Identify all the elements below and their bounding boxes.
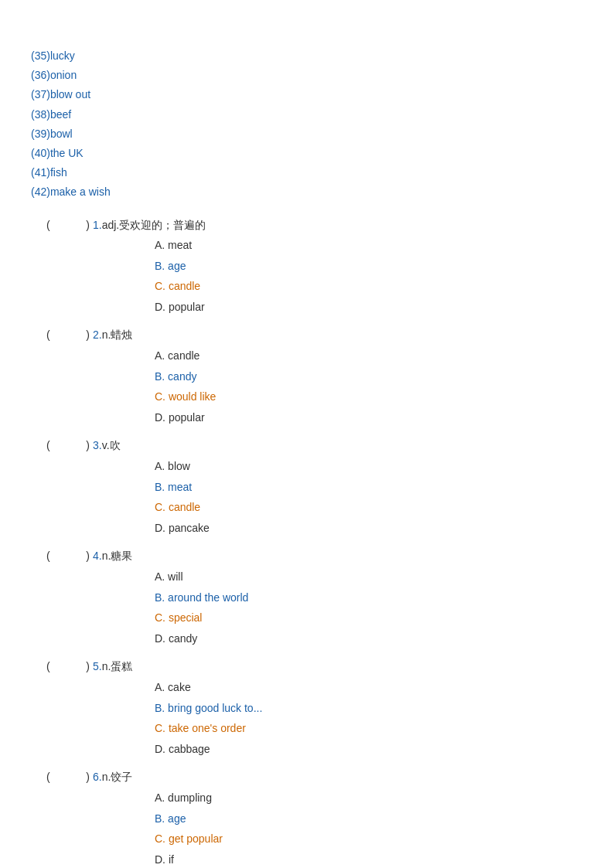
question-line-4: ( )4.n.糖果 xyxy=(31,546,583,567)
option-d-1[interactable]: D. popular xyxy=(155,297,583,318)
option-d-6[interactable]: D. if xyxy=(155,849,583,868)
vocab-item-36: (36)onion xyxy=(31,66,583,85)
question-line-5: ( )5.n.蛋糕 xyxy=(31,656,583,677)
question-block-2: ( )2.n.蜡烛A. candleB. candyC. would likeD… xyxy=(31,325,583,427)
option-c-5[interactable]: C. take one's order xyxy=(155,718,583,739)
option-a-2[interactable]: A. candle xyxy=(155,345,583,366)
question-def-5: 5.n.蛋糕 xyxy=(93,656,132,677)
option-b-5[interactable]: B. bring good luck to... xyxy=(155,698,583,719)
question-paren-5[interactable]: ( ) xyxy=(31,656,93,677)
question-block-1: ( )1.adj.受欢迎的；普遍的A. meatB. ageC. candleD… xyxy=(31,215,583,318)
vocab-item-42: (42)make a wish xyxy=(31,182,583,202)
option-a-1[interactable]: A. meat xyxy=(155,235,583,256)
options-block-6: A. dumplingB. ageC. get popularD. if xyxy=(31,788,583,868)
question-line-6: ( )6.n.饺子 xyxy=(31,767,583,788)
question-def-4: 4.n.糖果 xyxy=(93,546,132,567)
option-d-5[interactable]: D. cabbage xyxy=(155,739,583,760)
option-b-4[interactable]: B. around the world xyxy=(155,587,583,608)
vocab-item-41: (41)fish xyxy=(31,163,583,182)
option-c-4[interactable]: C. special xyxy=(155,608,583,628)
question-def-2: 2.n.蜡烛 xyxy=(93,325,132,345)
options-block-3: A. blowB. meatC. candleD. pancake xyxy=(31,456,583,538)
option-c-1[interactable]: C. candle xyxy=(155,276,583,297)
question-paren-3[interactable]: ( ) xyxy=(31,435,93,456)
options-block-1: A. meatB. ageC. candleD. popular xyxy=(31,235,583,317)
question-block-6: ( )6.n.饺子A. dumplingB. ageC. get popular… xyxy=(31,767,583,868)
option-b-1[interactable]: B. age xyxy=(155,256,583,277)
question-line-3: ( )3.v.吹 xyxy=(31,435,583,456)
question-def-1: 1.adj.受欢迎的；普遍的 xyxy=(93,215,206,236)
question-paren-1[interactable]: ( ) xyxy=(31,215,93,236)
option-b-3[interactable]: B. meat xyxy=(155,477,583,498)
option-d-2[interactable]: D. popular xyxy=(155,407,583,428)
question-def-3: 3.v.吹 xyxy=(93,435,121,456)
vocab-item-35: (35)lucky xyxy=(31,46,583,66)
option-c-3[interactable]: C. candle xyxy=(155,497,583,518)
vocab-item-40: (40)the UK xyxy=(31,144,583,163)
vocab-item-39: (39)bowl xyxy=(31,124,583,144)
option-c-2[interactable]: C. would like xyxy=(155,386,583,407)
question-paren-6[interactable]: ( ) xyxy=(31,767,93,788)
questions-container: ( )1.adj.受欢迎的；普遍的A. meatB. ageC. candleD… xyxy=(31,215,583,869)
vocab-list: (35)lucky (36)onion (37)blow out (38)bee… xyxy=(31,46,583,203)
question-line-1: ( )1.adj.受欢迎的；普遍的 xyxy=(31,215,583,236)
option-a-3[interactable]: A. blow xyxy=(155,456,583,477)
option-b-2[interactable]: B. candy xyxy=(155,366,583,387)
question-def-6: 6.n.饺子 xyxy=(93,767,132,788)
option-a-5[interactable]: A. cake xyxy=(155,677,583,698)
option-b-6[interactable]: B. age xyxy=(155,808,583,829)
question-block-5: ( )5.n.蛋糕A. cakeB. bring good luck to...… xyxy=(31,656,583,759)
option-c-6[interactable]: C. get popular xyxy=(155,829,583,849)
vocab-item-37: (37)blow out xyxy=(31,85,583,104)
option-a-6[interactable]: A. dumpling xyxy=(155,788,583,808)
option-d-3[interactable]: D. pancake xyxy=(155,518,583,539)
option-d-4[interactable]: D. candy xyxy=(155,628,583,649)
question-block-3: ( )3.v.吹A. blowB. meatC. candleD. pancak… xyxy=(31,435,583,538)
question-line-2: ( )2.n.蜡烛 xyxy=(31,325,583,345)
options-block-2: A. candleB. candyC. would likeD. popular xyxy=(31,345,583,427)
question-paren-4[interactable]: ( ) xyxy=(31,546,93,567)
vocab-item-38: (38)beef xyxy=(31,105,583,124)
question-paren-2[interactable]: ( ) xyxy=(31,325,93,345)
option-a-4[interactable]: A. will xyxy=(155,567,583,587)
options-block-5: A. cakeB. bring good luck to...C. take o… xyxy=(31,677,583,759)
question-block-4: ( )4.n.糖果A. willB. around the worldC. sp… xyxy=(31,546,583,648)
options-block-4: A. willB. around the worldC. specialD. c… xyxy=(31,567,583,648)
